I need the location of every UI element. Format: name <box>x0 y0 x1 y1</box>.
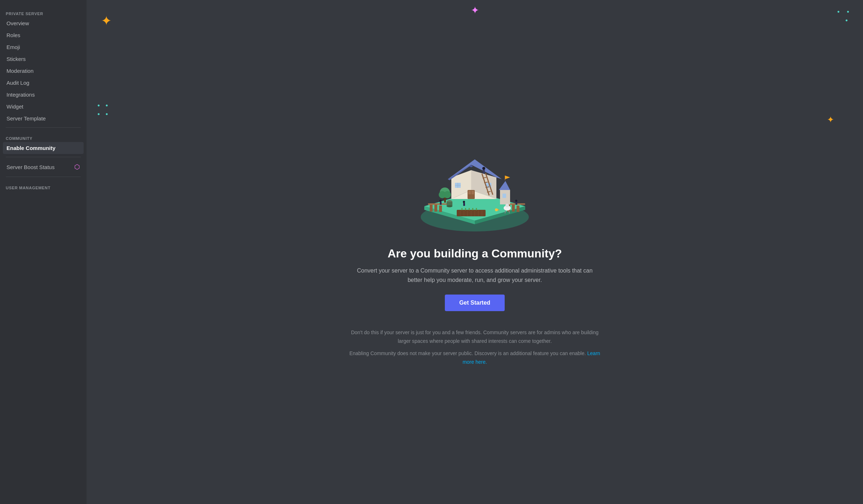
sidebar-item-label-widget: Widget <box>6 103 23 110</box>
svg-rect-9 <box>517 205 519 212</box>
svg-rect-20 <box>472 191 474 194</box>
deco-star-pink: ✦ <box>471 5 479 16</box>
illustration-wrapper <box>413 134 536 235</box>
footer-line-2-pre: Enabling Community does not make your se… <box>349 350 586 356</box>
svg-rect-8 <box>512 204 515 212</box>
section-label-private-server: PRIVATE SERVER <box>3 6 84 17</box>
main-heading: Are you building a Community? <box>341 247 608 260</box>
section-label-community: COMMUNITY <box>3 131 84 142</box>
sidebar-item-roles[interactable]: Roles <box>3 29 84 41</box>
svg-rect-54 <box>476 208 477 210</box>
main-content: ✦ ✦ ● ●● ● ✦ ● ● ● <box>87 0 863 504</box>
sidebar-item-stickers[interactable]: Stickers <box>3 53 84 65</box>
svg-rect-52 <box>469 208 470 210</box>
svg-rect-51 <box>465 208 466 210</box>
svg-point-67 <box>505 204 509 207</box>
deco-star-yellow-large: ✦ <box>101 14 112 27</box>
boost-icon: ⬡ <box>74 163 80 171</box>
sidebar-item-label-audit-log: Audit Log <box>6 80 29 86</box>
svg-rect-29 <box>503 194 506 198</box>
footer-text: Don't do this if your server is just for… <box>349 328 601 366</box>
svg-point-61 <box>463 201 465 203</box>
sidebar-divider-3 <box>6 177 81 177</box>
svg-point-70 <box>495 208 498 211</box>
sidebar-item-label-roles: Roles <box>6 32 20 38</box>
sidebar-item-label-overview: Overview <box>6 20 29 26</box>
svg-line-69 <box>509 211 509 213</box>
svg-rect-10 <box>428 203 448 205</box>
svg-point-41 <box>444 191 451 198</box>
sidebar-item-server-boost-status[interactable]: Server Boost Status ⬡ <box>3 160 84 174</box>
content-container: Are you building a Community? Convert yo… <box>341 134 608 370</box>
get-started-button[interactable]: Get Started <box>445 295 505 311</box>
svg-point-57 <box>439 200 442 202</box>
svg-rect-5 <box>434 204 437 212</box>
svg-line-68 <box>505 211 505 213</box>
sidebar-item-emoji[interactable]: Emoji <box>3 41 84 53</box>
svg-rect-62 <box>463 203 465 206</box>
svg-rect-53 <box>472 208 473 210</box>
sidebar-item-enable-community[interactable]: Enable Community <box>3 142 84 154</box>
deco-star-yellow-small: ✦ <box>827 115 834 124</box>
svg-point-59 <box>515 200 517 202</box>
footer-line-2: Enabling Community does not make your se… <box>349 349 601 367</box>
svg-rect-19 <box>468 191 471 194</box>
sidebar: PRIVATE SERVER Overview Roles Emoji Stic… <box>0 0 87 504</box>
sidebar-item-label-server-template: Server Template <box>6 115 46 121</box>
sidebar-item-label-server-boost-status: Server Boost Status <box>6 164 54 170</box>
svg-point-65 <box>447 205 452 207</box>
sidebar-item-overview[interactable]: Overview <box>3 17 84 29</box>
sidebar-item-label-emoji: Emoji <box>6 44 20 50</box>
sidebar-item-audit-log[interactable]: Audit Log <box>3 77 84 89</box>
deco-dots-teal-right: ● ● ● <box>837 7 852 25</box>
svg-marker-31 <box>505 176 510 179</box>
svg-point-55 <box>482 167 485 170</box>
sidebar-item-integrations[interactable]: Integrations <box>3 89 84 101</box>
sidebar-divider-1 <box>6 127 81 128</box>
svg-rect-56 <box>483 170 485 173</box>
sidebar-item-label-moderation: Moderation <box>6 68 34 74</box>
main-subheading: Convert your server to a Community serve… <box>352 266 597 284</box>
sidebar-item-label-integrations: Integrations <box>6 92 35 98</box>
deco-dots-teal-left: ● ●● ● <box>97 101 110 118</box>
sidebar-item-widget[interactable]: Widget <box>3 101 84 112</box>
svg-marker-28 <box>499 181 510 190</box>
sidebar-divider-2 <box>6 157 81 157</box>
svg-rect-50 <box>461 208 463 210</box>
svg-rect-60 <box>515 202 517 205</box>
svg-rect-4 <box>430 204 433 212</box>
svg-rect-6 <box>439 205 442 212</box>
sidebar-item-server-template[interactable]: Server Template <box>3 112 84 124</box>
community-illustration <box>413 134 536 235</box>
svg-rect-58 <box>440 202 442 205</box>
section-label-user-management: USER MANAGEMENT <box>3 180 84 191</box>
sidebar-item-label-enable-community: Enable Community <box>6 145 56 151</box>
sidebar-item-moderation[interactable]: Moderation <box>3 65 84 77</box>
footer-line-1: Don't do this if your server is just for… <box>349 328 601 346</box>
sidebar-item-label-stickers: Stickers <box>6 56 26 62</box>
